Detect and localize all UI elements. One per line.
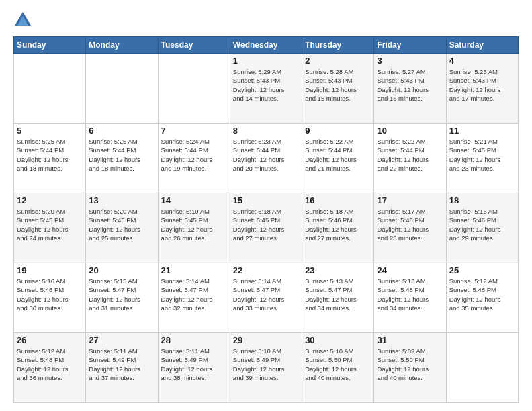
weekday-header-thursday: Thursday xyxy=(302,37,374,54)
day-number: 31 xyxy=(377,335,443,345)
day-number: 3 xyxy=(377,56,443,66)
calendar-cell: 20Sunrise: 5:15 AM Sunset: 5:47 PM Dayli… xyxy=(86,263,158,333)
calendar-cell: 14Sunrise: 5:19 AM Sunset: 5:45 PM Dayli… xyxy=(158,193,230,263)
day-number: 16 xyxy=(305,195,371,205)
calendar-week-1: 1Sunrise: 5:29 AM Sunset: 5:43 PM Daylig… xyxy=(14,54,519,124)
weekday-header-wednesday: Wednesday xyxy=(230,37,302,54)
calendar-week-5: 26Sunrise: 5:12 AM Sunset: 5:48 PM Dayli… xyxy=(14,333,519,403)
calendar-cell: 6Sunrise: 5:25 AM Sunset: 5:44 PM Daylig… xyxy=(86,124,158,193)
day-info: Sunrise: 5:12 AM Sunset: 5:48 PM Dayligh… xyxy=(17,347,83,382)
day-info: Sunrise: 5:16 AM Sunset: 5:46 PM Dayligh… xyxy=(17,277,83,312)
weekday-header-saturday: Saturday xyxy=(446,37,518,54)
day-number: 1 xyxy=(233,56,299,66)
calendar-cell: 29Sunrise: 5:10 AM Sunset: 5:49 PM Dayli… xyxy=(230,333,302,403)
calendar-cell xyxy=(158,54,230,124)
day-number: 19 xyxy=(17,265,83,275)
weekday-header-sunday: Sunday xyxy=(14,37,86,54)
calendar-cell: 25Sunrise: 5:12 AM Sunset: 5:48 PM Dayli… xyxy=(446,263,518,333)
calendar-cell: 24Sunrise: 5:13 AM Sunset: 5:48 PM Dayli… xyxy=(374,263,446,333)
day-number: 23 xyxy=(305,265,371,275)
calendar-cell: 11Sunrise: 5:21 AM Sunset: 5:45 PM Dayli… xyxy=(446,124,518,193)
logo xyxy=(13,11,35,30)
weekday-header-row: SundayMondayTuesdayWednesdayThursdayFrid… xyxy=(14,37,519,54)
calendar-cell: 28Sunrise: 5:11 AM Sunset: 5:49 PM Dayli… xyxy=(158,333,230,403)
day-number: 17 xyxy=(377,195,443,205)
calendar-cell: 23Sunrise: 5:13 AM Sunset: 5:47 PM Dayli… xyxy=(302,263,374,333)
day-info: Sunrise: 5:14 AM Sunset: 5:47 PM Dayligh… xyxy=(161,277,227,312)
day-info: Sunrise: 5:10 AM Sunset: 5:50 PM Dayligh… xyxy=(305,347,371,382)
day-number: 5 xyxy=(17,126,83,136)
day-info: Sunrise: 5:10 AM Sunset: 5:49 PM Dayligh… xyxy=(233,347,299,382)
calendar-cell: 13Sunrise: 5:20 AM Sunset: 5:45 PM Dayli… xyxy=(86,193,158,263)
day-info: Sunrise: 5:13 AM Sunset: 5:48 PM Dayligh… xyxy=(377,277,443,312)
day-info: Sunrise: 5:16 AM Sunset: 5:46 PM Dayligh… xyxy=(449,207,515,242)
calendar-cell: 17Sunrise: 5:17 AM Sunset: 5:46 PM Dayli… xyxy=(374,193,446,263)
day-number: 26 xyxy=(17,335,83,345)
logo-icon xyxy=(13,11,32,30)
day-number: 2 xyxy=(305,56,371,66)
day-info: Sunrise: 5:11 AM Sunset: 5:49 PM Dayligh… xyxy=(89,347,154,382)
calendar-cell: 16Sunrise: 5:18 AM Sunset: 5:46 PM Dayli… xyxy=(302,193,374,263)
calendar-cell: 30Sunrise: 5:10 AM Sunset: 5:50 PM Dayli… xyxy=(302,333,374,403)
day-info: Sunrise: 5:28 AM Sunset: 5:43 PM Dayligh… xyxy=(305,67,371,103)
day-number: 9 xyxy=(305,126,371,136)
day-info: Sunrise: 5:26 AM Sunset: 5:43 PM Dayligh… xyxy=(449,67,515,103)
weekday-header-friday: Friday xyxy=(374,37,446,54)
calendar-cell: 15Sunrise: 5:18 AM Sunset: 5:45 PM Dayli… xyxy=(230,193,302,263)
day-info: Sunrise: 5:24 AM Sunset: 5:44 PM Dayligh… xyxy=(161,137,227,173)
day-info: Sunrise: 5:18 AM Sunset: 5:46 PM Dayligh… xyxy=(305,207,371,242)
calendar-cell xyxy=(86,54,158,124)
day-number: 15 xyxy=(233,195,299,205)
day-number: 20 xyxy=(89,265,154,275)
calendar-cell: 22Sunrise: 5:14 AM Sunset: 5:47 PM Dayli… xyxy=(230,263,302,333)
day-number: 8 xyxy=(233,126,299,136)
calendar-cell: 19Sunrise: 5:16 AM Sunset: 5:46 PM Dayli… xyxy=(14,263,86,333)
calendar-week-3: 12Sunrise: 5:20 AM Sunset: 5:45 PM Dayli… xyxy=(14,193,519,263)
calendar-cell: 4Sunrise: 5:26 AM Sunset: 5:43 PM Daylig… xyxy=(446,54,518,124)
day-number: 6 xyxy=(89,126,154,136)
day-info: Sunrise: 5:25 AM Sunset: 5:44 PM Dayligh… xyxy=(17,137,83,173)
day-number: 25 xyxy=(449,265,515,275)
day-info: Sunrise: 5:12 AM Sunset: 5:48 PM Dayligh… xyxy=(449,277,515,312)
calendar-cell: 9Sunrise: 5:22 AM Sunset: 5:44 PM Daylig… xyxy=(302,124,374,193)
day-number: 14 xyxy=(161,195,227,205)
day-info: Sunrise: 5:09 AM Sunset: 5:50 PM Dayligh… xyxy=(377,347,443,382)
day-info: Sunrise: 5:20 AM Sunset: 5:45 PM Dayligh… xyxy=(17,207,83,242)
day-info: Sunrise: 5:15 AM Sunset: 5:47 PM Dayligh… xyxy=(89,277,154,312)
calendar-cell: 18Sunrise: 5:16 AM Sunset: 5:46 PM Dayli… xyxy=(446,193,518,263)
calendar-cell: 31Sunrise: 5:09 AM Sunset: 5:50 PM Dayli… xyxy=(374,333,446,403)
day-info: Sunrise: 5:22 AM Sunset: 5:44 PM Dayligh… xyxy=(377,137,443,173)
day-number: 18 xyxy=(449,195,515,205)
day-info: Sunrise: 5:25 AM Sunset: 5:44 PM Dayligh… xyxy=(89,137,154,173)
day-info: Sunrise: 5:18 AM Sunset: 5:45 PM Dayligh… xyxy=(233,207,299,242)
day-info: Sunrise: 5:22 AM Sunset: 5:44 PM Dayligh… xyxy=(305,137,371,173)
day-number: 27 xyxy=(89,335,154,345)
calendar-cell: 26Sunrise: 5:12 AM Sunset: 5:48 PM Dayli… xyxy=(14,333,86,403)
day-number: 21 xyxy=(161,265,227,275)
day-info: Sunrise: 5:19 AM Sunset: 5:45 PM Dayligh… xyxy=(161,207,227,242)
day-info: Sunrise: 5:20 AM Sunset: 5:45 PM Dayligh… xyxy=(89,207,154,242)
calendar-cell: 2Sunrise: 5:28 AM Sunset: 5:43 PM Daylig… xyxy=(302,54,374,124)
calendar-week-2: 5Sunrise: 5:25 AM Sunset: 5:44 PM Daylig… xyxy=(14,124,519,193)
day-number: 11 xyxy=(449,126,515,136)
day-info: Sunrise: 5:23 AM Sunset: 5:44 PM Dayligh… xyxy=(233,137,299,173)
day-number: 30 xyxy=(305,335,371,345)
day-info: Sunrise: 5:21 AM Sunset: 5:45 PM Dayligh… xyxy=(449,137,515,173)
weekday-header-tuesday: Tuesday xyxy=(158,37,230,54)
day-info: Sunrise: 5:13 AM Sunset: 5:47 PM Dayligh… xyxy=(305,277,371,312)
day-number: 29 xyxy=(233,335,299,345)
calendar-cell: 10Sunrise: 5:22 AM Sunset: 5:44 PM Dayli… xyxy=(374,124,446,193)
calendar-cell: 27Sunrise: 5:11 AM Sunset: 5:49 PM Dayli… xyxy=(86,333,158,403)
calendar-week-4: 19Sunrise: 5:16 AM Sunset: 5:46 PM Dayli… xyxy=(14,263,519,333)
day-number: 28 xyxy=(161,335,227,345)
day-number: 24 xyxy=(377,265,443,275)
calendar-cell xyxy=(14,54,86,124)
day-info: Sunrise: 5:14 AM Sunset: 5:47 PM Dayligh… xyxy=(233,277,299,312)
header xyxy=(13,11,519,30)
day-info: Sunrise: 5:27 AM Sunset: 5:43 PM Dayligh… xyxy=(377,67,443,103)
calendar-cell: 21Sunrise: 5:14 AM Sunset: 5:47 PM Dayli… xyxy=(158,263,230,333)
calendar-cell: 12Sunrise: 5:20 AM Sunset: 5:45 PM Dayli… xyxy=(14,193,86,263)
calendar-cell xyxy=(446,333,518,403)
calendar-cell: 7Sunrise: 5:24 AM Sunset: 5:44 PM Daylig… xyxy=(158,124,230,193)
calendar-cell: 1Sunrise: 5:29 AM Sunset: 5:43 PM Daylig… xyxy=(230,54,302,124)
